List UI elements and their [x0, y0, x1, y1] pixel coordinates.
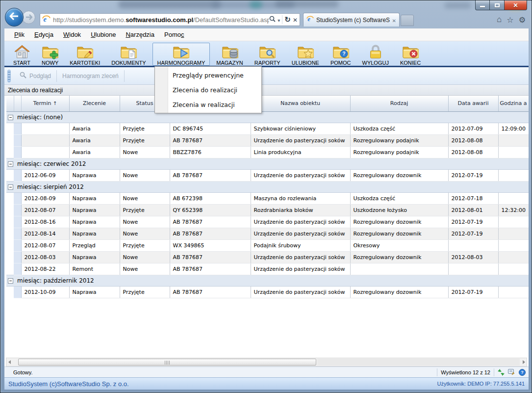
schedule-button[interactable]: Harmonogram zleceń: [57, 70, 124, 82]
table-row[interactable]: 2012-08-07PrzeglądPrzyjęteWX 349865Podaj…: [6, 239, 529, 251]
row-selector[interactable]: [14, 216, 21, 228]
refresh-data-icon[interactable]: [498, 369, 505, 376]
toolbar-item-kartoteki[interactable]: KARTOTEKI: [65, 43, 105, 66]
toolbar-item-pomoc[interactable]: ?POMOC: [326, 43, 356, 66]
collapse-icon[interactable]: [8, 184, 13, 190]
table-row[interactable]: 2012-08-07NaprawaPrzyjęteQY 652398Rozdra…: [6, 204, 529, 216]
table-row[interactable]: 2012-08-14NaprawaNoweAB 787687Urządzenie…: [6, 228, 529, 239]
cell-data-awarii: 2012-08-08: [448, 146, 498, 158]
column-header-rodzaj[interactable]: Rodzaj: [350, 96, 448, 111]
toolbar-grip-handle[interactable]: [7, 70, 11, 82]
cell-status: Nowe: [120, 216, 170, 228]
search-dropdown-icon[interactable]: [278, 15, 280, 24]
table-row[interactable]: 2012-08-16NaprawaNoweAB 787687Urządzenie…: [6, 216, 529, 228]
toolbar-item-label: KARTOTEKI: [70, 60, 100, 66]
menu-item-ulubione[interactable]: Ulubione: [86, 28, 121, 41]
scrollbar-thumb[interactable]: [18, 359, 316, 366]
footer-brand[interactable]: StudioSystem (c)SoftwareStudio Sp. z o.o…: [8, 380, 129, 388]
tab-close-icon[interactable]: [392, 16, 396, 25]
column-header-termin[interactable]: Termin ↑: [21, 96, 69, 111]
toolbar-item-label: START: [13, 60, 30, 66]
table-row[interactable]: 2012-08-09NaprawaNoweAB 672398Maszyna do…: [6, 192, 529, 204]
row-selector[interactable]: [14, 239, 21, 251]
menu-item-edycja[interactable]: Edycja: [29, 28, 58, 41]
row-selector[interactable]: [14, 134, 21, 146]
group-row[interactable]: miesiąc: październik 2012: [6, 275, 529, 286]
row-selector[interactable]: [14, 286, 21, 298]
table-row[interactable]: 2012-08-03NaprawaNoweAB 787687Urządzenie…: [6, 251, 529, 263]
toolbar-item-koniec[interactable]: KONIEC: [395, 43, 426, 66]
menu-item-widok[interactable]: Widok: [58, 28, 86, 41]
group-row[interactable]: miesiąc: (none): [6, 111, 529, 123]
table-row[interactable]: AwariaPrzyjęteDC 896745Szybkowar ciśnien…: [6, 123, 529, 134]
help-icon[interactable]: ?: [519, 369, 526, 376]
table-row[interactable]: 2012-08-22RemontNoweAB 787687Urządzenie …: [6, 263, 529, 275]
scrollbar-track[interactable]: [317, 359, 520, 366]
context-menu-item-zlecenia-w-realizacji[interactable]: Zlecenia w realizacji: [155, 98, 261, 112]
column-header-godzina-a[interactable]: Godzina a: [498, 96, 529, 111]
row-selector[interactable]: [14, 169, 21, 181]
row-selector[interactable]: [14, 123, 21, 134]
back-button[interactable]: [5, 8, 24, 26]
orders-table: Termin ↑ZlecenieStatusNazwa obiektuRodza…: [6, 96, 529, 298]
toolbar-item-raporty[interactable]: RAPORTY: [250, 43, 285, 66]
row-selector[interactable]: [14, 251, 21, 263]
cell-status: Nowe: [120, 251, 170, 263]
cell-termin: 2012-06-09: [21, 169, 69, 181]
maximize-button[interactable]: [490, 0, 504, 10]
preview-button[interactable]: Podgląd: [14, 70, 56, 82]
cell-nazwa-obiektu: Szybkowar ciśnieniowy: [251, 123, 350, 134]
address-bar[interactable]: e http://studiosystem.demo.softwarestudi…: [40, 13, 300, 26]
browser-tab[interactable]: e StudioSystem (c) SoftwareS...: [303, 13, 400, 26]
new-tab-button[interactable]: [401, 15, 414, 26]
table-row[interactable]: 2012-06-09NaprawaNoweAB 787687Urządzenie…: [6, 169, 529, 181]
table-row[interactable]: 2012-10-09NaprawaPrzyjęteAB 787687Urządz…: [6, 286, 529, 298]
toolbar-item-dokumenty[interactable]: DOKUMENTY: [106, 43, 151, 66]
row-selector[interactable]: [14, 204, 21, 216]
scroll-left-icon[interactable]: [6, 358, 12, 366]
group-row[interactable]: miesiąc: czerwiec 2012: [6, 158, 529, 169]
menu-item-plik[interactable]: Plik: [9, 28, 29, 41]
row-selector[interactable]: [14, 192, 21, 204]
forward-button[interactable]: [22, 11, 35, 24]
horizontal-scrollbar[interactable]: [6, 358, 527, 367]
cell-numer: BBZZ7876: [170, 146, 251, 158]
collapse-icon[interactable]: [8, 278, 13, 284]
folder-search-icon: [259, 44, 276, 59]
column-header-data-awarii[interactable]: Data awarii: [448, 96, 498, 111]
folder-pencil-icon: [76, 44, 93, 59]
cell-nazwa-obiektu: Urządzenie do pasteryzacji soków: [251, 251, 350, 263]
scroll-right-icon[interactable]: [521, 358, 527, 366]
table-row[interactable]: AwariaPrzyjęteAB 787687Urządzenie do pas…: [6, 134, 529, 146]
table-row[interactable]: AwariaNoweBBZZ7876Linia produkcyjnaRozre…: [6, 146, 529, 158]
collapse-icon[interactable]: [8, 115, 13, 120]
cell-numer: AB 672398: [170, 192, 251, 204]
row-selector[interactable]: [14, 146, 21, 158]
refresh-icon[interactable]: [284, 15, 291, 24]
note-icon[interactable]: [508, 369, 515, 375]
stop-icon[interactable]: [293, 15, 298, 24]
toolbar-item-nowy[interactable]: NOWY: [37, 43, 63, 66]
menu-item-narzedzia[interactable]: Narzędzia: [121, 28, 159, 41]
context-menu-item-zlecenia-do-realizacji[interactable]: Zlecenia do realizacji: [155, 83, 261, 98]
settings-gear-icon[interactable]: [519, 15, 526, 25]
context-menu-item-przeglady-prewencyjne[interactable]: Przeglądy prewencyjne: [155, 68, 261, 83]
row-selector[interactable]: [14, 263, 21, 275]
toolbar-item-ulubione[interactable]: ULUBIONE: [287, 43, 324, 66]
toolbar-item-start[interactable]: START: [8, 43, 35, 66]
row-selector[interactable]: [14, 228, 21, 239]
column-header-zlecenie[interactable]: Zlecenie: [69, 96, 120, 111]
collapse-icon[interactable]: [8, 161, 13, 167]
toolbar-item-wyloguj[interactable]: WYLOGUJ: [357, 43, 394, 66]
column-header-nazwa-obiektu[interactable]: Nazwa obiektu: [251, 96, 350, 111]
favorites-star-icon[interactable]: [507, 15, 513, 25]
toolbar-item-magazyn[interactable]: MAGAZYN: [211, 43, 248, 66]
menu-item-pomoc[interactable]: Pomoc: [159, 28, 189, 41]
row-indent: [6, 123, 14, 134]
home-icon[interactable]: [497, 15, 502, 25]
toolbar-item-harmonogramy[interactable]: HARMONOGRAMY: [152, 43, 210, 66]
search-icon[interactable]: [269, 15, 276, 24]
minimize-button[interactable]: [475, 0, 490, 10]
close-window-button[interactable]: [504, 0, 527, 10]
group-row[interactable]: miesiąc: sierpień 2012: [6, 181, 529, 192]
